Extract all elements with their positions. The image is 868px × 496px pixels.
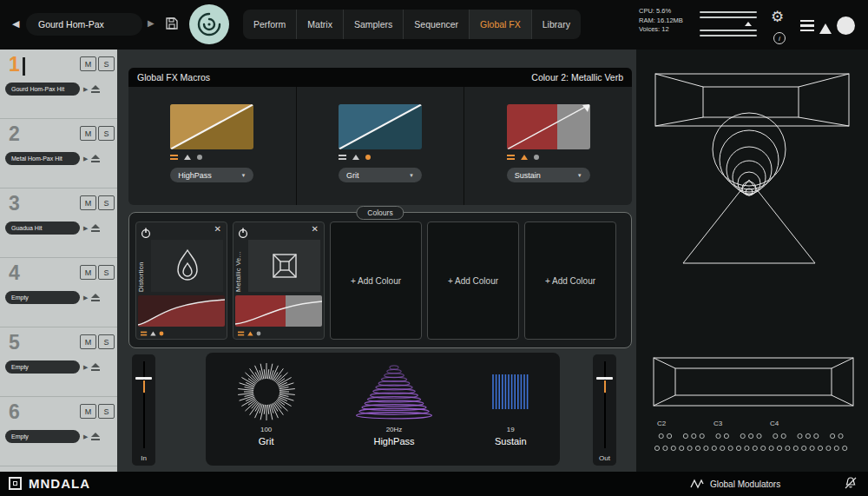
next-preset-button[interactable]: ▶ — [148, 18, 155, 28]
eject-icon[interactable] — [91, 363, 100, 371]
colour-name: Distortion — [137, 241, 145, 292]
input-gain-fader[interactable]: In — [132, 354, 155, 466]
meter-bar — [700, 30, 757, 31]
sampler-slot-1[interactable]: 1 M S Gourd Hom-Pax Hit ▶ — [0, 50, 117, 119]
close-icon[interactable]: ✕ — [312, 224, 319, 234]
eject-icon[interactable] — [91, 224, 100, 232]
mute-button[interactable]: M — [80, 56, 96, 71]
macro-dot-icon[interactable] — [534, 155, 539, 160]
save-button[interactable] — [165, 17, 179, 34]
sample-name[interactable]: Metal Hom-Pax Hit — [5, 152, 80, 165]
macro-dot-icon[interactable] — [197, 155, 202, 160]
solo-button[interactable]: S — [98, 404, 115, 419]
macro-curve-sustain[interactable] — [507, 104, 590, 149]
sample-name[interactable]: Empty — [5, 430, 80, 443]
mute-button[interactable]: M — [80, 265, 96, 280]
sample-name[interactable]: Gourd Hom-Pax Hit — [5, 83, 80, 96]
eject-icon[interactable] — [91, 155, 100, 162]
chevron-down-icon: ▼ — [577, 173, 582, 178]
expand-icon[interactable]: ▶ — [83, 86, 88, 93]
mute-button[interactable]: M — [80, 334, 96, 349]
eject-icon[interactable] — [91, 294, 100, 301]
solo-button[interactable]: S — [98, 265, 115, 280]
tab-samplers[interactable]: Samplers — [344, 10, 404, 39]
macro-triangle-icon[interactable] — [352, 155, 359, 160]
expand-icon[interactable]: ▶ — [83, 225, 88, 232]
add-colour-button[interactable]: + Add Colour — [524, 222, 616, 340]
settings-button[interactable]: ⚙ — [771, 8, 784, 26]
tab-sequencer[interactable]: Sequencer — [404, 10, 470, 39]
colour-name: Metallic Ve... — [234, 241, 242, 292]
macro-bars-icon[interactable] — [507, 155, 515, 160]
add-colour-button[interactable]: + Add Colour — [427, 222, 519, 340]
macro-target-select[interactable]: Grit ▼ — [339, 168, 422, 182]
macro-curve-highpass[interactable] — [170, 104, 253, 149]
fader-track — [143, 361, 145, 448]
preset-selector[interactable]: Gourd Hom-Pax — [26, 13, 142, 36]
macro-triangle-icon[interactable] — [521, 155, 528, 160]
grit-knob[interactable]: 100 Grit — [234, 360, 299, 446]
waveform-icon — [690, 479, 704, 489]
mute-button[interactable]: M — [80, 126, 96, 141]
macro-bars-icon[interactable] — [339, 155, 346, 160]
tab-global-fx[interactable]: Global FX — [470, 10, 532, 39]
power-button[interactable] — [141, 226, 151, 241]
sample-name[interactable]: Empty — [5, 360, 80, 374]
sampler-slot-3[interactable]: 3 M S Guadua Hit ▶ — [0, 188, 117, 258]
highpass-knob[interactable]: 20Hz HighPass — [355, 360, 433, 446]
solo-button[interactable]: S — [98, 334, 115, 349]
sampler-slot-2[interactable]: 2 M S Metal Hom-Pax Hit ▶ — [0, 119, 117, 188]
mod-source-row — [170, 154, 253, 161]
add-colour-button[interactable]: + Add Colour — [330, 222, 422, 340]
macro-dot-icon[interactable] — [365, 155, 371, 160]
solo-button[interactable]: S — [98, 126, 115, 141]
power-button[interactable] — [238, 226, 248, 241]
highpass-label: HighPass — [373, 436, 414, 446]
add-colour-label: + Add Colour — [351, 276, 401, 286]
tab-matrix[interactable]: Matrix — [297, 10, 344, 39]
grit-label: Grit — [259, 436, 274, 446]
macro-target-select[interactable]: HighPass ▼ — [170, 168, 253, 182]
mute-button[interactable]: M — [80, 195, 96, 210]
expand-icon[interactable]: ▶ — [83, 294, 88, 301]
eject-icon[interactable] — [91, 433, 100, 440]
close-icon[interactable]: ✕ — [214, 224, 221, 234]
prev-preset-button[interactable]: ◀ — [12, 18, 19, 30]
mute-button[interactable]: M — [80, 404, 96, 419]
expand-icon[interactable]: ▶ — [83, 364, 88, 371]
colours-panel: Colours ✕ Distortion — [128, 212, 632, 348]
colour-card-metallic-verb[interactable]: ✕ Metallic Ve... — [233, 222, 325, 340]
sustain-knob[interactable]: 19 Sustain — [490, 360, 531, 446]
slot-number: 1 — [9, 53, 20, 76]
fader-handle[interactable] — [596, 377, 613, 380]
sampler-slot-6[interactable]: 6 M S Empty ▶ — [0, 397, 117, 466]
meter-marker-icon[interactable] — [745, 22, 752, 26]
macro-target-select[interactable]: Sustain ▼ — [507, 168, 590, 182]
global-modulators-button[interactable]: Global Modulators — [690, 472, 780, 496]
info-button[interactable]: i — [773, 32, 786, 44]
tab-library[interactable]: Library — [532, 10, 581, 39]
solo-button[interactable]: S — [98, 195, 115, 210]
eject-icon[interactable] — [91, 85, 100, 93]
sample-name[interactable]: Empty — [5, 291, 80, 304]
fader-handle[interactable] — [135, 377, 152, 380]
main-tabs: Perform Matrix Samplers Sequencer Global… — [243, 10, 581, 39]
macro-curve-grit[interactable] — [339, 104, 422, 149]
sampler-slot-5[interactable]: 5 M S Empty ▶ — [0, 327, 117, 397]
expand-icon[interactable]: ▶ — [83, 155, 88, 162]
expand-icon[interactable]: ▶ — [83, 433, 88, 440]
fx-controls-panel: 100 Grit 20Hz HighPass 19 Sustain — [206, 353, 560, 466]
colour-curve[interactable] — [138, 295, 225, 327]
add-colour-label: + Add Colour — [448, 276, 498, 286]
macro-bars-icon[interactable] — [170, 155, 178, 160]
sustain-label: Sustain — [495, 436, 527, 446]
sampler-slot-4[interactable]: 4 M S Empty ▶ — [0, 258, 117, 327]
colour-curve[interactable] — [235, 295, 322, 327]
solo-button[interactable]: S — [98, 56, 115, 71]
macro-triangle-icon[interactable] — [184, 155, 191, 160]
output-gain-fader[interactable]: Out — [593, 354, 616, 466]
tab-perform[interactable]: Perform — [243, 10, 297, 39]
sample-name[interactable]: Guadua Hit — [5, 222, 80, 235]
notifications-mute-button[interactable] — [844, 476, 858, 493]
colour-card-distortion[interactable]: ✕ Distortion — [135, 222, 227, 340]
